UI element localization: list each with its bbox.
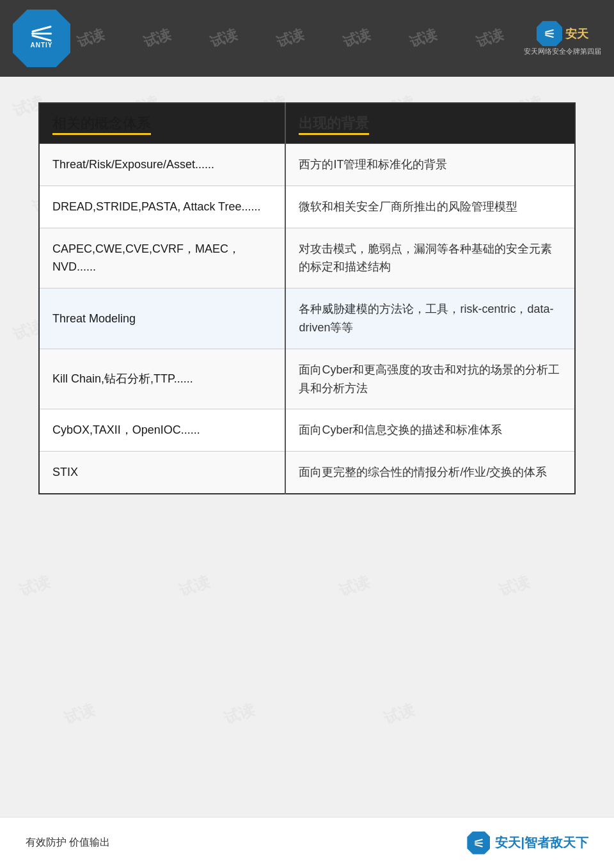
table-row: Threat Modeling各种威胁建模的方法论，工具，risk-centri… [39, 288, 575, 349]
table-cell-right-4: 面向Cyber和更高强度的攻击和对抗的场景的分析工具和分析方法 [285, 349, 575, 409]
col2-header: 出现的背景 [285, 103, 575, 144]
table-row: CAPEC,CWE,CVE,CVRF，MAEC，NVD......对攻击模式，脆… [39, 228, 575, 288]
bwm-17: 试读 [17, 571, 52, 601]
table-row: CybOX,TAXII，OpenIOC......面向Cyber和信息交换的描述… [39, 409, 575, 452]
bwm-18: 试读 [177, 571, 212, 601]
table-body: Threat/Risk/Exposure/Asset......西方的IT管理和… [39, 144, 575, 494]
footer-right-brand: 安天|智者敌天下 [467, 832, 588, 855]
table-cell-left-0: Threat/Risk/Exposure/Asset...... [39, 144, 285, 186]
logo-line-2 [31, 33, 52, 35]
footer: 有效防护 价值输出 安天|智者敌天下 [0, 817, 614, 868]
logo-text: ANTIY [31, 42, 53, 49]
watermark-6: 试读 [407, 24, 440, 52]
footer-logo-line-2 [475, 842, 483, 844]
header-logo: ANTIY [13, 10, 70, 67]
main-content: 相关的概念体系 出现的背景 Threat/Risk/Exposure/Asset… [0, 77, 614, 520]
table-cell-left-2: CAPEC,CWE,CVE,CVRF，MAEC，NVD...... [39, 228, 285, 288]
footer-logo-lines [475, 840, 483, 846]
table-cell-right-6: 面向更完整的综合性的情报分析/作业/交换的体系 [285, 452, 575, 494]
concept-table: 相关的概念体系 出现的背景 Threat/Risk/Exposure/Asset… [38, 102, 576, 494]
footer-left-text: 有效防护 价值输出 [26, 836, 110, 849]
table-cell-left-5: CybOX,TAXII，OpenIOC...... [39, 409, 285, 452]
table-row: Kill Chain,钻石分析,TTP......面向Cyber和更高强度的攻击… [39, 349, 575, 409]
footer-brand-name: 安天|智者敌天下 [495, 834, 588, 851]
table-row: Threat/Risk/Exposure/Asset......西方的IT管理和… [39, 144, 575, 186]
table-cell-left-1: DREAD,STRIDE,PASTA, Attack Tree...... [39, 185, 285, 228]
bwm-19: 试读 [336, 571, 372, 601]
table-row: DREAD,STRIDE,PASTA, Attack Tree......微软和… [39, 185, 575, 228]
table-cell-right-1: 微软和相关安全厂商所推出的风险管理模型 [285, 185, 575, 228]
watermark-1: 试读 [74, 24, 107, 52]
table-cell-right-2: 对攻击模式，脆弱点，漏洞等各种基础的安全元素的标定和描述结构 [285, 228, 575, 288]
watermark-7: 试读 [473, 24, 507, 52]
footer-brand-text: 安天|智者敌天下 [495, 834, 588, 851]
table-cell-right-0: 西方的IT管理和标准化的背景 [285, 144, 575, 186]
table-cell-left-4: Kill Chain,钻石分析,TTP...... [39, 349, 285, 409]
header-right-logo-top: 安天 [537, 21, 588, 47]
footer-logo-line-1 [475, 839, 483, 842]
logo-shape-line-3 [545, 35, 554, 38]
bwm-20: 试读 [496, 571, 532, 601]
header: ANTIY 试读 试读 试读 试读 试读 试读 试读 安天 安天网络安全令牌第四… [0, 0, 614, 77]
watermark-row: 试读 试读 试读 试读 试读 试读 试读 [77, 29, 504, 48]
header-right-logo-lines [545, 31, 554, 37]
bwm-23: 试读 [381, 699, 417, 729]
watermark-5: 试读 [340, 24, 374, 52]
footer-logo-shape [467, 832, 490, 855]
watermark-4: 试读 [274, 24, 307, 52]
table-cell-left-3: Threat Modeling [39, 288, 285, 349]
bwm-21: 试读 [61, 699, 97, 729]
col2-header-text: 出现的背景 [299, 115, 369, 135]
footer-logo-line-3 [475, 844, 483, 847]
col1-header-text: 相关的概念体系 [52, 115, 151, 135]
logo-shape-line-1 [545, 29, 554, 33]
col1-header: 相关的概念体系 [39, 103, 285, 144]
logo-graphic [31, 28, 52, 39]
header-right-brand: 安天 安天网络安全令牌第四届 [524, 21, 601, 56]
table-cell-right-5: 面向Cyber和信息交换的描述和标准体系 [285, 409, 575, 452]
logo-line-1 [31, 26, 52, 33]
table-header-row: 相关的概念体系 出现的背景 [39, 103, 575, 144]
bwm-22: 试读 [221, 699, 257, 729]
table-row: STIX面向更完整的综合性的情报分析/作业/交换的体系 [39, 452, 575, 494]
company-subtitle: 安天网络安全令牌第四届 [524, 47, 601, 56]
logo-line-3 [31, 35, 52, 42]
watermark-3: 试读 [207, 24, 240, 52]
watermark-2: 试读 [141, 24, 174, 52]
table-cell-right-3: 各种威胁建模的方法论，工具，risk-centric，data-driven等等 [285, 288, 575, 349]
header-right-logo-shape [537, 21, 562, 47]
header-watermarks: 试读 试读 试读 试读 试读 试读 试读 [0, 0, 614, 77]
company-name: 安天 [565, 26, 588, 42]
table-cell-left-6: STIX [39, 452, 285, 494]
